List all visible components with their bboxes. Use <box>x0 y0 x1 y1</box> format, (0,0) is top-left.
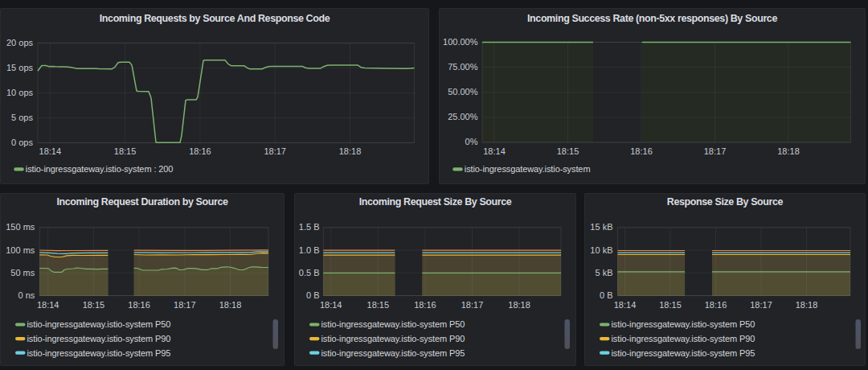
svg-text:15 ops: 15 ops <box>6 63 34 72</box>
svg-text:istio-ingressgateway.istio-sys: istio-ingressgateway.istio-system P90 <box>612 334 755 343</box>
svg-text:18:14: 18:14 <box>39 146 62 156</box>
svg-text:18:17: 18:17 <box>461 300 484 310</box>
svg-text:18:16: 18:16 <box>414 300 436 310</box>
svg-text:18:15: 18:15 <box>659 300 682 310</box>
svg-text:18:14: 18:14 <box>37 300 59 310</box>
svg-text:18:16: 18:16 <box>128 300 150 310</box>
svg-text:istio-ingressgateway.istio-sys: istio-ingressgateway.istio-system P95 <box>27 348 171 358</box>
svg-text:0 B: 0 B <box>306 290 320 300</box>
svg-text:18:15: 18:15 <box>367 300 390 310</box>
svg-text:10 kB: 10 kB <box>590 245 612 255</box>
svg-text:100.00%: 100.00% <box>443 37 478 47</box>
svg-text:istio-ingressgateway.istio-sys: istio-ingressgateway.istio-system P50 <box>27 319 171 329</box>
svg-text:18:17: 18:17 <box>750 300 772 310</box>
svg-text:5 ops: 5 ops <box>11 113 33 122</box>
svg-text:75.00%: 75.00% <box>448 62 478 72</box>
svg-text:istio-ingressgateway.istio-sys: istio-ingressgateway.istio-system P90 <box>321 334 465 343</box>
svg-text:istio-ingressgateway.istio-sys: istio-ingressgateway.istio-system P90 <box>27 334 171 343</box>
svg-text:18:17: 18:17 <box>174 300 196 310</box>
svg-text:istio-ingressgateway.istio-sys: istio-ingressgateway.istio-system P50 <box>612 319 755 329</box>
svg-text:18:17: 18:17 <box>264 146 286 156</box>
svg-text:50.00%: 50.00% <box>448 87 478 97</box>
svg-text:150 ms: 150 ms <box>6 222 35 232</box>
svg-text:18:16: 18:16 <box>630 146 653 156</box>
svg-text:istio-ingressgateway.istio-sys: istio-ingressgateway.istio-system P50 <box>321 319 465 329</box>
svg-text:18:18: 18:18 <box>777 146 800 156</box>
svg-text:0 ns: 0 ns <box>18 290 35 300</box>
svg-text:0 ops: 0 ops <box>11 138 33 147</box>
svg-text:18:14: 18:14 <box>320 300 342 310</box>
svg-text:istio-ingressgateway.istio-sys: istio-ingressgateway.istio-system P95 <box>321 348 465 358</box>
svg-text:18:15: 18:15 <box>114 146 137 156</box>
svg-text:1.5 B: 1.5 B <box>299 222 320 232</box>
svg-text:18:18: 18:18 <box>796 300 818 310</box>
svg-text:50 ms: 50 ms <box>10 268 35 278</box>
svg-text:18:16: 18:16 <box>705 300 727 310</box>
svg-text:18:14: 18:14 <box>483 146 506 156</box>
svg-text:18:17: 18:17 <box>704 146 727 156</box>
svg-text:100 ms: 100 ms <box>6 245 35 255</box>
svg-text:18:18: 18:18 <box>508 300 530 310</box>
svg-text:18:15: 18:15 <box>557 146 579 156</box>
svg-text:1.0 B: 1.0 B <box>299 245 320 255</box>
svg-text:istio-ingressgateway.istio-sys: istio-ingressgateway.istio-system : 200 <box>26 164 174 174</box>
svg-text:0%: 0% <box>465 137 478 146</box>
svg-text:10 ops: 10 ops <box>6 88 34 97</box>
svg-text:0 B: 0 B <box>600 290 613 300</box>
svg-text:istio-ingressgateway.istio-sys: istio-ingressgateway.istio-system <box>465 164 591 174</box>
svg-text:18:14: 18:14 <box>614 300 637 310</box>
svg-text:18:15: 18:15 <box>83 300 105 310</box>
svg-text:18:18: 18:18 <box>219 300 242 310</box>
svg-text:5 kB: 5 kB <box>595 268 612 278</box>
svg-text:25.00%: 25.00% <box>448 112 478 121</box>
svg-text:istio-ingressgateway.istio-sys: istio-ingressgateway.istio-system P95 <box>612 348 755 358</box>
svg-text:0.5 B: 0.5 B <box>299 268 320 278</box>
svg-text:20 ops: 20 ops <box>6 38 34 47</box>
svg-text:18:18: 18:18 <box>339 146 362 156</box>
svg-text:15 kB: 15 kB <box>590 222 612 232</box>
svg-text:18:16: 18:16 <box>189 146 211 156</box>
